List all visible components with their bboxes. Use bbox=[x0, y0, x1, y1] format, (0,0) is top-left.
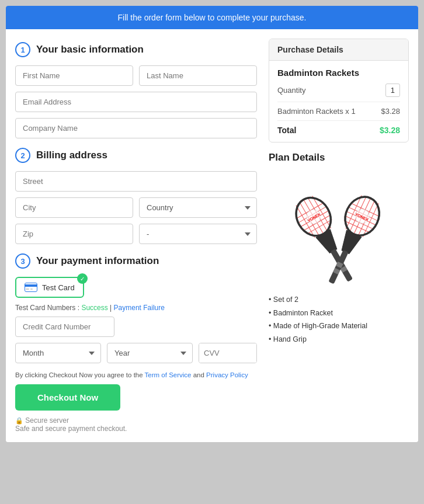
company-row bbox=[15, 118, 257, 138]
zip-state-row: - bbox=[15, 224, 257, 244]
city-country-row: Country bbox=[15, 197, 257, 218]
email-input[interactable] bbox=[15, 92, 257, 112]
test-card-failure-link[interactable]: Payment Failure bbox=[114, 304, 165, 312]
company-field bbox=[15, 118, 257, 138]
terms-prefix: By clicking Checkout Now you agree to th… bbox=[15, 371, 145, 378]
country-field: Country bbox=[139, 197, 257, 218]
street-input[interactable] bbox=[15, 171, 257, 192]
first-name-input[interactable] bbox=[15, 65, 133, 86]
quantity-label: Quantity bbox=[277, 86, 305, 95]
total-price: $3.28 bbox=[380, 126, 400, 135]
left-panel: 1 Your basic information bbox=[15, 39, 269, 433]
feature-4: Hand Grip bbox=[269, 333, 409, 346]
main-content: 1 Your basic information bbox=[6, 29, 418, 442]
zip-input[interactable] bbox=[15, 224, 133, 244]
secure-server-text: Secure server bbox=[25, 416, 69, 425]
country-select[interactable]: Country bbox=[139, 197, 257, 218]
item-line: Badminton Rackets x 1 bbox=[277, 107, 356, 116]
email-row bbox=[15, 92, 257, 112]
city-field bbox=[15, 197, 133, 218]
test-card-note: Test Card Numbers : Success | Payment Fa… bbox=[15, 304, 257, 312]
page-wrapper: Fill the order form below to complete yo… bbox=[6, 6, 418, 442]
plan-features: Set of 2 Badminton Racket Made of High-G… bbox=[269, 293, 409, 346]
cvv-input[interactable] bbox=[199, 343, 257, 363]
last-name-input[interactable] bbox=[139, 65, 257, 86]
rackets-image: YONEX bbox=[280, 169, 397, 286]
feature-1: Set of 2 bbox=[269, 293, 409, 307]
name-row bbox=[15, 65, 257, 86]
svg-rect-3 bbox=[30, 289, 33, 290]
purchase-details-body: Badminton Rackets Quantity 1 Badminton R… bbox=[269, 61, 408, 142]
plan-details-title: Plan Details bbox=[269, 152, 409, 164]
test-card-prefix: Test Card Numbers : bbox=[15, 304, 79, 312]
state-field: - bbox=[139, 224, 257, 244]
terms-and: and bbox=[193, 371, 206, 378]
company-input[interactable] bbox=[15, 118, 257, 138]
terms-of-service-link[interactable]: Term of Service bbox=[145, 371, 192, 378]
secure-note: 🔒 Secure server Safe and secure payment … bbox=[15, 416, 257, 433]
purchase-details-box: Purchase Details Badminton Rackets Quant… bbox=[269, 39, 409, 142]
section3-number: 3 bbox=[15, 253, 30, 269]
quantity-value: 1 bbox=[385, 84, 400, 97]
section1-header: 1 Your basic information bbox=[15, 42, 257, 57]
section2-number: 2 bbox=[15, 148, 30, 163]
check-icon: ✓ bbox=[77, 273, 88, 284]
section3-header: 3 Your payment information bbox=[15, 253, 257, 269]
total-divider bbox=[277, 120, 400, 121]
plan-image-container: YONEX bbox=[269, 169, 409, 286]
email-field bbox=[15, 92, 257, 112]
last-name-field bbox=[139, 65, 257, 86]
purchase-details-header: Purchase Details bbox=[269, 39, 408, 61]
zip-field bbox=[15, 224, 133, 244]
cc-number-input[interactable] bbox=[15, 317, 114, 337]
month-select[interactable]: Month bbox=[15, 343, 101, 363]
banner-text: Fill the order form below to complete yo… bbox=[118, 13, 307, 22]
secure-desc: Safe and secure payment checkout. bbox=[15, 425, 257, 433]
street-row bbox=[15, 171, 257, 192]
payment-row2: Month Year bbox=[15, 343, 257, 363]
card-option[interactable]: ✓ Test Card bbox=[15, 277, 84, 298]
feature-2: Badminton Racket bbox=[269, 307, 409, 320]
card-label: Test Card bbox=[42, 283, 75, 292]
total-label: Total bbox=[277, 126, 296, 135]
svg-rect-2 bbox=[26, 289, 29, 290]
right-panel: Purchase Details Badminton Rackets Quant… bbox=[269, 39, 409, 433]
cc-number-field bbox=[15, 317, 114, 337]
section2-title: Billing address bbox=[36, 150, 107, 161]
checkout-button[interactable]: Checkout Now bbox=[15, 384, 120, 411]
secure-server-line: 🔒 Secure server bbox=[15, 416, 257, 425]
year-field: Year bbox=[107, 343, 193, 363]
terms-text: By clicking Checkout Now you agree to th… bbox=[15, 371, 257, 378]
item-price: $3.28 bbox=[381, 107, 400, 116]
section1-title: Your basic information bbox=[36, 44, 144, 55]
svg-rect-0 bbox=[25, 283, 37, 292]
month-field: Month bbox=[15, 343, 101, 363]
cc-number-row bbox=[15, 317, 257, 337]
state-select[interactable]: - bbox=[139, 224, 257, 244]
street-field bbox=[15, 171, 257, 192]
test-card-success-link[interactable]: Success bbox=[81, 304, 107, 312]
lock-icon: 🔒 bbox=[15, 417, 23, 424]
credit-card-icon bbox=[25, 283, 37, 292]
privacy-policy-link[interactable]: Privacy Policy bbox=[206, 371, 248, 378]
first-name-field bbox=[15, 65, 133, 86]
feature-3: Made of High-Grade Material bbox=[269, 319, 409, 333]
section1-number: 1 bbox=[15, 42, 30, 57]
section2-header: 2 Billing address bbox=[15, 148, 257, 163]
section3-title: Your payment information bbox=[36, 255, 159, 267]
svg-rect-1 bbox=[25, 284, 37, 287]
product-name: Badminton Rackets bbox=[277, 68, 400, 78]
top-banner: Fill the order form below to complete yo… bbox=[6, 6, 418, 29]
item-price-row: Badminton Rackets x 1 $3.28 bbox=[277, 107, 400, 116]
total-row: Total $3.28 bbox=[277, 126, 400, 135]
quantity-row: Quantity 1 bbox=[277, 84, 400, 97]
year-select[interactable]: Year bbox=[107, 343, 193, 363]
purchase-divider bbox=[277, 102, 400, 102]
plan-details-section: Plan Details bbox=[269, 152, 409, 346]
cvv-wrapper bbox=[199, 343, 257, 363]
city-input[interactable] bbox=[15, 197, 133, 218]
